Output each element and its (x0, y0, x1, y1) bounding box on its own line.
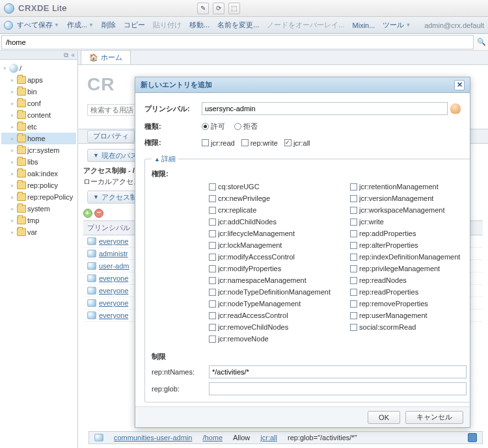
chk-rep-usermanagement[interactable]: rep:userManagement (350, 311, 460, 319)
tree-node-apps[interactable]: ▸apps (1, 74, 76, 86)
acl-row-link[interactable]: user-adm (99, 262, 129, 270)
menu-save-all[interactable]: すべて保存▼ (17, 20, 59, 30)
tree-node-oakindex[interactable]: ▸oak:index (1, 168, 76, 179)
acl-row-link[interactable]: everyone (99, 299, 128, 307)
tree-node-system[interactable]: ▸system (1, 203, 76, 215)
menu-delete[interactable]: 削除 (102, 20, 116, 30)
menu-move[interactable]: 移動... (189, 20, 210, 30)
status-principal[interactable]: communities-user-admin (114, 434, 192, 441)
acl-row-link[interactable]: everyone (99, 311, 128, 319)
menu-mixin[interactable]: Mixin... (353, 21, 375, 29)
chk-cq-storeugc[interactable]: cq:storeUGC (209, 183, 331, 191)
acl-row-link[interactable]: administr (99, 250, 128, 257)
acl-row-link[interactable]: everyone (99, 274, 128, 282)
ntnames-input[interactable] (209, 365, 467, 378)
acl-row-link[interactable]: everyone (99, 287, 128, 295)
tree-node-jcrsystem[interactable]: ▸jcr:system (1, 144, 76, 156)
dialog-title: 新しいエントリを追加 (141, 80, 212, 90)
glob-input[interactable] (209, 382, 467, 395)
tab-properties[interactable]: プロパティ (87, 130, 135, 143)
tree-node-var[interactable]: ▸var (1, 226, 76, 238)
chk-jcr-nodetypedefinitionmanagement[interactable]: jcr:nodeTypeDefinitionManagement (209, 288, 331, 296)
panel-collapse-icon[interactable]: ⧉ (64, 51, 68, 59)
chk-social-scormread[interactable]: social:scormRead (350, 323, 460, 331)
ok-button[interactable]: OK (368, 411, 400, 424)
tree-node-label: jcr:system (27, 146, 60, 154)
tree-node-[interactable]: ▾/ (1, 62, 76, 74)
cancel-button[interactable]: キャンセル (405, 411, 463, 424)
refresh-icon[interactable] (4, 21, 13, 30)
principal-input[interactable] (202, 102, 448, 115)
tree-node-reppolicy[interactable]: ▸rep:policy (1, 179, 76, 191)
chk-rep-readnodes[interactable]: rep:readNodes (350, 276, 460, 284)
chk-jcr-write[interactable]: jcr:write (350, 218, 460, 226)
editor-tabs: 🏠ホーム (78, 51, 488, 65)
tab-home[interactable]: 🏠ホーム (81, 50, 131, 64)
save-icon[interactable] (468, 433, 477, 442)
tree-node-content[interactable]: ▸content (1, 109, 76, 121)
chk-rep-alterproperties[interactable]: rep:alterProperties (350, 241, 460, 249)
menu-create[interactable]: 作成...▼ (67, 20, 94, 30)
folder-icon (17, 111, 26, 119)
advanced-legend[interactable]: ▲詳細 (152, 154, 178, 164)
chk-rep-write[interactable]: rep:write (241, 139, 278, 147)
user-label[interactable]: admin@crx.default (424, 21, 484, 29)
tree-node-conf[interactable]: ▸conf (1, 98, 76, 109)
brand-suffix: Lite (52, 3, 67, 13)
chk-jcr-addchildnodes[interactable]: jcr:addChildNodes (209, 218, 331, 226)
path-input[interactable] (1, 35, 474, 49)
toolbar-icon-2[interactable]: ⟳ (213, 3, 224, 14)
status-path[interactable]: /home (202, 434, 223, 441)
folder-icon (17, 205, 26, 213)
chk-jcr-read[interactable]: jcr:read (202, 139, 235, 147)
chk-rep-readproperties[interactable]: rep:readProperties (350, 288, 460, 296)
twisty-icon: ▸ (9, 135, 16, 142)
chk-jcr-modifyaccesscontrol[interactable]: jcr:modifyAccessControl (209, 253, 331, 261)
tree-node-bin[interactable]: ▸bin (1, 86, 76, 98)
chk-jcr-removechildnodes[interactable]: jcr:removeChildNodes (209, 323, 331, 331)
chk-rep-indexdefinitionmanagement[interactable]: rep:indexDefinitionManagement (350, 253, 460, 261)
add-acl-button[interactable] (83, 209, 92, 218)
tree-node-home[interactable]: ▸home (1, 133, 76, 144)
chk-jcr-lifecyclemanagement[interactable]: jcr:lifecycleManagement (209, 230, 331, 237)
chk-jcr-lockmanagement[interactable]: jcr:lockManagement (209, 241, 331, 249)
status-priv[interactable]: jcr:all (260, 434, 277, 441)
chk-jcr-namespacemanagement[interactable]: jcr:namespaceManagement (209, 276, 331, 284)
remove-acl-button[interactable] (94, 209, 103, 218)
toolbar-icon-3[interactable]: ⬚ (228, 3, 240, 14)
tree-node-libs[interactable]: ▸libs (1, 156, 76, 168)
menu-rename[interactable]: 名前を変更... (217, 20, 259, 30)
chk-crx-replicate[interactable]: crx:replicate (209, 206, 331, 214)
chk-jcr-modifyproperties[interactable]: jcr:modifyProperties (209, 265, 331, 272)
acl-row-link[interactable]: everyone (99, 237, 128, 245)
chk-jcr-readaccesscontrol[interactable]: jcr:readAccessControl (209, 311, 331, 319)
chk-rep-removeproperties[interactable]: rep:removeProperties (350, 300, 460, 308)
menu-copy[interactable]: コピー (124, 20, 145, 30)
twisty-icon: ▸ (9, 229, 16, 235)
radio-deny[interactable]: 拒否 (234, 122, 258, 131)
chk-jcr-workspacemanagement[interactable]: jcr:workspaceManagement (350, 206, 460, 214)
panel-expand-icon[interactable]: « (71, 51, 75, 59)
radio-allow[interactable]: 許可 (202, 122, 225, 131)
chk-crx-newprivilege[interactable]: crx:newPrivilege (209, 194, 331, 202)
chk-jcr-versionmanagement[interactable]: jcr:versionManagement (350, 194, 460, 202)
twisty-icon: ▸ (9, 147, 16, 153)
chk-jcr-nodetypemanagement[interactable]: jcr:nodeTypeManagement (209, 300, 331, 308)
tree-node-reprepoPolicy[interactable]: ▸rep:repoPolicy (1, 191, 76, 203)
twisty-icon: ▸ (9, 159, 16, 165)
tree-node-etc[interactable]: ▸etc (1, 121, 76, 133)
chk-jcr-all[interactable]: jcr:all (284, 139, 310, 147)
menu-paste[interactable]: 貼り付け (153, 20, 182, 30)
close-icon[interactable]: ✕ (454, 80, 465, 90)
menu-overlay[interactable]: ノードをオーバーレイ... (267, 20, 344, 30)
tree-node-tmp[interactable]: ▸tmp (1, 215, 76, 226)
menu-tools[interactable]: ツール▼ (383, 20, 411, 30)
user-picker-icon[interactable] (450, 103, 461, 114)
chk-rep-addproperties[interactable]: rep:addProperties (350, 230, 460, 237)
search-icon[interactable]: 🔍 (475, 38, 488, 46)
chk-jcr-retentionmanagement[interactable]: jcr:retentionManagement (350, 183, 460, 191)
chk-jcr-removenode[interactable]: jcr:removeNode (209, 335, 331, 343)
toolbar-icon-1[interactable]: ✎ (197, 3, 209, 14)
folder-icon (17, 123, 26, 131)
chk-rep-privilegemanagement[interactable]: rep:privilegeManagement (350, 265, 460, 272)
